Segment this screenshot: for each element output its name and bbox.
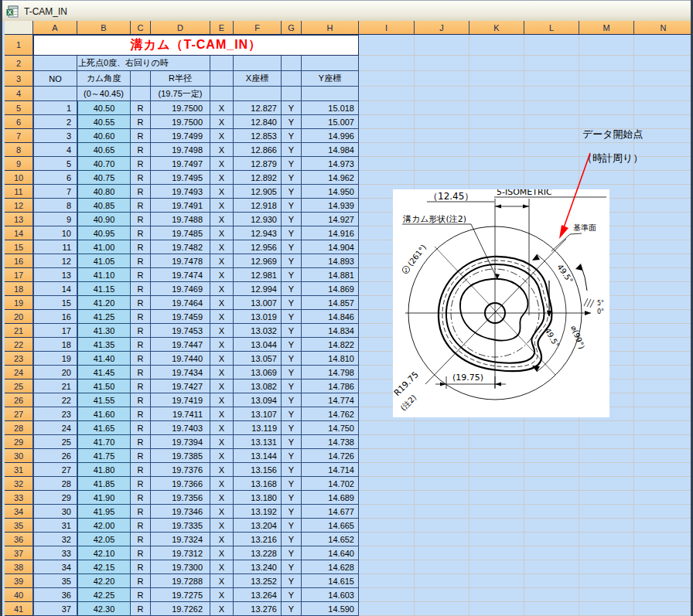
cell-E31[interactable]: X [210, 463, 234, 477]
cell-L33[interactable] [524, 491, 579, 505]
row-header-34[interactable]: 34 [5, 505, 33, 519]
header-cell-A3[interactable]: NO [33, 71, 77, 87]
row-header-16[interactable]: 16 [5, 254, 33, 268]
row-header-29[interactable]: 29 [5, 435, 33, 449]
cell-M4[interactable] [579, 87, 634, 101]
header-cell-G4[interactable] [282, 87, 302, 101]
cell-N33[interactable] [634, 491, 693, 505]
cell-E26[interactable]: X [210, 393, 234, 407]
cell-D9[interactable]: 19.7497 [151, 157, 210, 171]
cell-A37[interactable]: 33 [33, 546, 77, 560]
row-header-22[interactable]: 22 [5, 338, 33, 352]
cell-C21[interactable]: R [131, 324, 151, 338]
cell-B39[interactable]: 42.20 [77, 574, 131, 588]
cell-G22[interactable]: Y [282, 338, 302, 352]
cell-D19[interactable]: 19.7464 [151, 296, 210, 310]
cell-G11[interactable]: Y [282, 185, 302, 199]
cell-D36[interactable]: 19.7324 [151, 533, 210, 546]
cell-M41[interactable] [579, 602, 634, 616]
cell-A5[interactable]: 1 [33, 101, 77, 115]
cell-C18[interactable]: R [131, 282, 151, 296]
cell-N15[interactable] [634, 240, 693, 254]
cell-B30[interactable]: 41.75 [77, 449, 131, 463]
cell-D29[interactable]: 19.7394 [151, 435, 210, 449]
cell-C40[interactable]: R [131, 588, 151, 602]
cell-A39[interactable]: 35 [33, 574, 77, 588]
cell-N16[interactable] [634, 254, 693, 268]
cell-B29[interactable]: 41.70 [77, 435, 131, 449]
row-header-24[interactable]: 24 [5, 366, 33, 379]
cell-K30[interactable] [469, 449, 524, 463]
cell-K28[interactable] [469, 421, 524, 435]
cell-J36[interactable] [415, 533, 469, 546]
row-header-8[interactable]: 8 [5, 143, 33, 157]
cell-B31[interactable]: 41.80 [77, 463, 131, 477]
cell-K10[interactable] [469, 171, 524, 185]
cell-D23[interactable]: 19.7440 [151, 352, 210, 366]
cell-I10[interactable] [359, 171, 415, 185]
cell-L35[interactable] [524, 519, 579, 533]
cell-D38[interactable]: 19.7300 [151, 560, 210, 574]
cell-J8[interactable] [415, 143, 469, 157]
cell-N39[interactable] [634, 574, 693, 588]
cell-D40[interactable]: 19.7275 [151, 588, 210, 602]
cell-A13[interactable]: 9 [33, 213, 77, 226]
cell-E12[interactable]: X [210, 199, 234, 213]
cell-C29[interactable]: R [131, 435, 151, 449]
cell-J28[interactable] [415, 421, 469, 435]
cell-G32[interactable]: Y [282, 477, 302, 491]
cell-B20[interactable]: 41.25 [77, 310, 131, 324]
cell-M32[interactable] [579, 477, 634, 491]
cell-B38[interactable]: 42.15 [77, 560, 131, 574]
cell-B8[interactable]: 40.65 [77, 143, 131, 157]
cell-K34[interactable] [469, 505, 524, 519]
cell-H9[interactable]: 14.973 [302, 157, 359, 171]
cell-B19[interactable]: 41.20 [77, 296, 131, 310]
cell-F30[interactable]: 13.144 [234, 449, 282, 463]
row-header-26[interactable]: 26 [5, 393, 33, 407]
column-header-G[interactable]: G [282, 21, 302, 35]
cell-G27[interactable]: Y [282, 407, 302, 421]
cell-N17[interactable] [634, 268, 693, 282]
cell-G23[interactable]: Y [282, 352, 302, 366]
cell-I34[interactable] [359, 505, 415, 519]
cell-C38[interactable]: R [131, 560, 151, 574]
cell-K5[interactable] [469, 101, 524, 115]
cell-K2[interactable] [469, 56, 524, 71]
cell-A33[interactable]: 29 [33, 491, 77, 505]
cell-L39[interactable] [524, 574, 579, 588]
cell-J33[interactable] [415, 491, 469, 505]
cell-D18[interactable]: 19.7469 [151, 282, 210, 296]
cell-M34[interactable] [579, 505, 634, 519]
header-cell-BCD2[interactable]: 上死点0度、右回りの時 [77, 56, 210, 71]
cell-N11[interactable] [634, 185, 693, 199]
cell-B5[interactable]: 40.50 [77, 101, 131, 115]
cell-C7[interactable]: R [131, 129, 151, 143]
cell-C34[interactable]: R [131, 505, 151, 519]
cell-H19[interactable]: 14.857 [302, 296, 359, 310]
cell-F32[interactable]: 13.168 [234, 477, 282, 491]
cell-H36[interactable]: 14.652 [302, 533, 359, 546]
cell-J31[interactable] [415, 463, 469, 477]
cell-E38[interactable]: X [210, 560, 234, 574]
row-header-39[interactable]: 39 [5, 574, 33, 588]
cell-I8[interactable] [359, 143, 415, 157]
cell-M31[interactable] [579, 463, 634, 477]
cell-I32[interactable] [359, 477, 415, 491]
cell-K41[interactable] [469, 602, 524, 616]
cell-E18[interactable]: X [210, 282, 234, 296]
header-cell-F2[interactable] [234, 56, 282, 71]
row-header-2[interactable]: 2 [5, 56, 33, 71]
cell-C15[interactable]: R [131, 240, 151, 254]
row-header-30[interactable]: 30 [5, 449, 33, 463]
row-header-25[interactable]: 25 [5, 379, 33, 393]
cell-J3[interactable] [415, 71, 469, 87]
cell-J4[interactable] [415, 87, 469, 101]
cell-K35[interactable] [469, 519, 524, 533]
cell-D32[interactable]: 19.7366 [151, 477, 210, 491]
cell-E23[interactable]: X [210, 352, 234, 366]
cell-F21[interactable]: 13.032 [234, 324, 282, 338]
cell-B22[interactable]: 41.35 [77, 338, 131, 352]
cell-J34[interactable] [415, 505, 469, 519]
cell-J29[interactable] [415, 435, 469, 449]
